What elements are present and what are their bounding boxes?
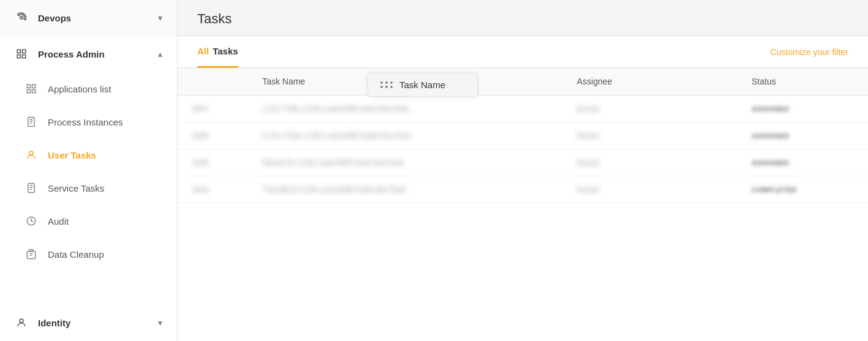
applications-list-label: Applications list bbox=[48, 84, 111, 94]
svg-rect-2 bbox=[23, 50, 26, 53]
sidebar-section-identity[interactable]: Identity ▾ bbox=[0, 305, 177, 341]
col-header-id bbox=[178, 68, 247, 96]
identity-chevron-down-icon: ▾ bbox=[158, 318, 162, 328]
identity-icon bbox=[15, 316, 28, 329]
svg-point-23 bbox=[20, 319, 23, 323]
data-cleanup-label: Data Cleanup bbox=[48, 249, 104, 260]
col-header-status: Status bbox=[737, 68, 868, 96]
sidebar-item-process-instances[interactable]: Process Instances bbox=[0, 105, 177, 138]
customize-filter-link[interactable]: Customize your filter bbox=[770, 47, 848, 57]
sidebar-item-applications-list[interactable]: Applications list bbox=[0, 72, 177, 105]
tooltip-label: Task Name bbox=[399, 80, 445, 90]
page-title: Tasks bbox=[197, 11, 848, 27]
svg-rect-4 bbox=[23, 55, 26, 58]
drag-handle-icon bbox=[380, 81, 393, 88]
svg-rect-1 bbox=[17, 50, 20, 53]
service-tasks-icon bbox=[25, 181, 38, 195]
row-task-name: DlbJosTlo-1136-Load-8390-Sub0-Nec/Task bbox=[247, 149, 562, 176]
sidebar: Devops ▾ Process Admin ▴ Applications li… bbox=[0, 0, 178, 341]
chevron-up-icon: ▴ bbox=[158, 50, 162, 59]
row-assignee: foruser bbox=[562, 96, 737, 122]
apps-icon bbox=[25, 82, 38, 96]
tab-tasks-suffix: Tasks bbox=[213, 46, 238, 56]
col-header-assignee: Assignee bbox=[562, 68, 737, 96]
table-row[interactable]: 9446 CuTo-7763x-1136-Load-8390-Sub0-Nec/… bbox=[178, 122, 868, 149]
sidebar-item-audit[interactable]: Audit bbox=[0, 204, 177, 238]
tab-all-prefix: All bbox=[197, 46, 209, 56]
main-content: Tasks All Tasks Customize your filter Ta… bbox=[178, 0, 868, 341]
sidebar-process-admin-label: Process Admin bbox=[38, 49, 105, 59]
page-header: Tasks bbox=[178, 0, 868, 36]
table-row[interactable]: 9447 LoTo-7756x-1136-Load-8390-Sub0-Nec/… bbox=[178, 96, 868, 122]
row-status: ASSIGNED bbox=[737, 122, 868, 149]
sidebar-identity-label: Identity bbox=[38, 318, 70, 328]
svg-point-0 bbox=[20, 17, 23, 20]
chevron-down-icon: ▾ bbox=[158, 13, 162, 23]
tasks-table: Task Name Assignee Status 9447 LoTo-7756… bbox=[178, 68, 868, 203]
row-status: ASSIGNED bbox=[737, 96, 868, 122]
table-row[interactable]: 9444 TJerSBUS-1136-Load-8390-Sub0-Nec/Ta… bbox=[178, 176, 868, 203]
svg-rect-5 bbox=[27, 84, 30, 88]
tooltip-box: Task Name bbox=[368, 73, 478, 97]
audit-label: Audit bbox=[48, 216, 69, 227]
sidebar-section-process-admin[interactable]: Process Admin ▴ bbox=[0, 36, 177, 72]
audit-icon bbox=[25, 214, 38, 228]
svg-rect-7 bbox=[27, 90, 30, 93]
user-tasks-icon bbox=[25, 148, 38, 162]
wrench-icon bbox=[15, 11, 28, 24]
row-assignee: foruser bbox=[562, 122, 737, 149]
row-assignee: foruser bbox=[562, 176, 737, 203]
service-tasks-label: Service Tasks bbox=[48, 183, 104, 193]
sidebar-item-service-tasks[interactable]: Service Tasks bbox=[0, 171, 177, 204]
svg-point-13 bbox=[29, 151, 33, 155]
table-row[interactable]: 9445 DlbJosTlo-1136-Load-8390-Sub0-Nec/T… bbox=[178, 149, 868, 176]
row-task-name: TJerSBUS-1136-Load-8390-Sub0-Nec/Task bbox=[247, 176, 562, 203]
process-instances-label: Process Instances bbox=[48, 117, 123, 127]
svg-rect-8 bbox=[32, 90, 36, 93]
column-tooltip: Task Name bbox=[368, 73, 478, 97]
svg-rect-6 bbox=[32, 84, 36, 88]
content-area: All Tasks Customize your filter Task Nam… bbox=[178, 36, 868, 341]
svg-rect-3 bbox=[17, 55, 20, 58]
row-assignee: foruser bbox=[562, 149, 737, 176]
row-id: 9447 bbox=[178, 96, 247, 122]
data-cleanup-icon bbox=[25, 247, 38, 261]
tab-all-tasks[interactable]: All Tasks bbox=[197, 36, 238, 68]
row-status: ASSIGNED bbox=[737, 149, 868, 176]
sidebar-item-data-cleanup[interactable]: Data Cleanup bbox=[0, 238, 177, 271]
table-container: Task Name Assignee Status 9447 LoTo-7756… bbox=[178, 68, 868, 341]
row-id: 9444 bbox=[178, 176, 247, 203]
row-id: 9446 bbox=[178, 122, 247, 149]
row-task-name: LoTo-7756x-1136-Load-8390-Sub0-Nec/Task bbox=[247, 96, 562, 122]
row-task-name: CuTo-7763x-1136-Load-8390-Sub0-Nec/Task bbox=[247, 122, 562, 149]
grid-icon bbox=[15, 47, 28, 61]
process-instances-icon bbox=[25, 115, 38, 129]
row-id: 9445 bbox=[178, 149, 247, 176]
sidebar-item-user-tasks[interactable]: User Tasks bbox=[0, 138, 177, 171]
table-header-row: Task Name Assignee Status bbox=[178, 68, 868, 96]
sidebar-section-devops[interactable]: Devops ▾ bbox=[0, 0, 177, 36]
row-status: COMPLETED bbox=[737, 176, 868, 203]
sidebar-devops-label: Devops bbox=[38, 13, 71, 23]
user-tasks-label: User Tasks bbox=[48, 150, 96, 160]
tabs-bar: All Tasks Customize your filter bbox=[178, 36, 868, 68]
